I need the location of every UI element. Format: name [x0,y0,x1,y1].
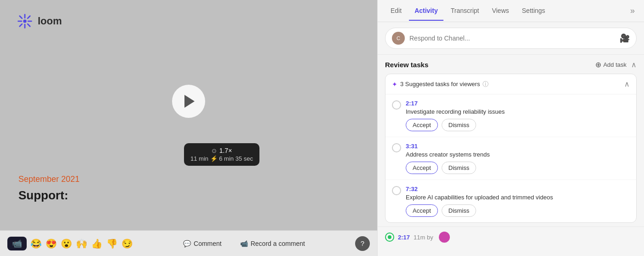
play-button[interactable] [172,85,205,118]
tab-edit[interactable]: Edit [385,1,407,21]
task-actions-1: Accept Dismiss [406,162,630,174]
info-icon[interactable]: ⓘ [483,80,489,88]
sparkle-icon: ✦ [392,81,397,88]
emoji-thumbs-down[interactable]: 👎 [106,238,118,249]
speed-value: 1.7× [219,147,232,154]
task-timestamp-0[interactable]: 2:17 [406,100,630,107]
play-icon [184,95,195,108]
task-item-1: 3:31 Address creator systems trends Acce… [385,137,636,180]
task-accept-button-1[interactable]: Accept [406,162,438,174]
emoji-laugh[interactable]: 😂 [30,238,42,249]
svg-line-5 [20,16,22,18]
task-row-2: 7:32 Explore AI capabilities for uploade… [392,186,630,217]
suggested-collapse-button[interactable]: ∧ [624,80,630,88]
task-content-0: 2:17 Investigate recording reliability i… [406,100,630,131]
emoji-bar: 📹 😂 😍 😮 🙌 👍 👎 😏 [7,237,133,250]
comment-area: C 🎥 [378,22,644,55]
comment-label: Comment [194,240,222,247]
review-section: Review tasks ⊕ Add task ∧ ✦ 3 Suggested … [378,55,644,223]
tab-views[interactable]: Views [486,1,514,21]
task-check-1[interactable] [392,143,401,152]
toolbar-actions: 💬 Comment 📹 Record a comment [178,237,310,250]
suggested-header: ✦ 3 Suggested tasks for viewers ⓘ ∧ [385,74,636,94]
activity-check-inner [388,235,391,239]
review-title: Review tasks [385,61,428,69]
expand-button[interactable]: » [628,4,637,17]
task-accept-button-0[interactable]: Accept [406,119,438,131]
add-task-button[interactable]: ⊕ Add task [595,60,627,69]
add-task-label: Add task [603,61,627,68]
task-description-1: Address creator systems trends [406,151,630,158]
video-area: loom ⊙ 1.7× 11 min ⚡ 6 min 35 sec Septem… [0,0,377,230]
suggested-title-row: ✦ 3 Suggested tasks for viewers ⓘ [392,80,489,88]
emoji-wow[interactable]: 😮 [61,238,72,249]
svg-point-0 [23,19,26,23]
activity-check-icon [385,233,394,242]
suggested-label: 3 Suggested tasks for viewers [400,81,480,87]
video-panel: loom ⊙ 1.7× 11 min ⚡ 6 min 35 sec Septem… [0,0,377,256]
task-check-2[interactable] [392,186,401,195]
speed-value-row: ⊙ 1.7× [212,147,232,154]
comment-icon: 💬 [183,240,191,247]
tab-activity[interactable]: Activity [409,1,443,21]
task-row-0: 2:17 Investigate recording reliability i… [392,100,630,131]
comment-input-row[interactable]: C 🎥 [385,28,637,49]
collapse-button[interactable]: ∧ [631,60,637,69]
record-icon: 📹 [240,240,248,247]
activity-user-avatar [439,232,450,243]
task-description-2: Explore AI capabilities for uploaded and… [406,194,630,201]
speed-circle-icon: ⊙ [212,147,217,154]
activity-item: 2:17 11m by [378,227,644,247]
right-panel: Edit Activity Transcript Views Settings … [377,0,644,256]
speed-time-row: 11 min ⚡ 6 min 35 sec [190,155,253,162]
add-task-plus-icon: ⊕ [595,60,601,69]
emoji-custom[interactable]: 😏 [121,238,133,249]
screen-record-button[interactable]: 📹 [7,237,27,250]
svg-line-7 [28,16,30,18]
loom-logo-icon [17,13,33,29]
task-content-2: 7:32 Explore AI capabilities for uploade… [406,186,630,217]
task-item-0: 2:17 Investigate recording reliability i… [385,94,636,137]
emoji-clap[interactable]: 🙌 [76,238,87,249]
help-button[interactable]: ? [355,236,370,251]
review-header: Review tasks ⊕ Add task ∧ [385,60,637,69]
record-comment-button[interactable]: 📹 Record a comment [236,237,310,250]
video-toolbar: 📹 😂 😍 😮 🙌 👍 👎 😏 💬 Comment 📹 Record a com… [0,230,377,256]
task-dismiss-button-1[interactable]: Dismiss [442,162,477,174]
video-logo: loom [17,13,62,29]
task-actions-2: Accept Dismiss [406,204,630,217]
comment-input[interactable] [409,35,615,42]
task-timestamp-2[interactable]: 7:32 [406,186,630,192]
fast-time: 6 min 35 sec [219,155,253,162]
loom-brand-text: loom [38,15,62,27]
activity-meta: 11m by [414,234,433,241]
speed-tooltip: ⊙ 1.7× 11 min ⚡ 6 min 35 sec [184,143,259,166]
tabs-bar: Edit Activity Transcript Views Settings … [378,0,644,22]
review-header-right: ⊕ Add task ∧ [595,60,637,69]
record-label: Record a comment [251,240,305,247]
task-actions-0: Accept Dismiss [406,119,630,131]
lightning-icon: ⚡ [210,155,219,162]
video-date: September 2021 [18,175,80,184]
video-title: Support: [18,188,68,203]
tab-transcript[interactable]: Transcript [445,1,485,21]
emoji-thumbs-up[interactable]: 👍 [91,238,103,249]
user-avatar: C [392,32,405,45]
task-check-0[interactable] [392,100,401,110]
tab-settings[interactable]: Settings [517,1,551,21]
task-timestamp-1[interactable]: 3:31 [406,143,630,150]
task-content-1: 3:31 Address creator systems trends Acce… [406,143,630,174]
emoji-heart-eyes[interactable]: 😍 [46,238,57,249]
task-description-0: Investigate recording reliability issues [406,108,630,115]
task-dismiss-button-2[interactable]: Dismiss [442,204,477,217]
task-accept-button-2[interactable]: Accept [406,204,438,217]
suggested-tasks-card: ✦ 3 Suggested tasks for viewers ⓘ ∧ 2:17… [385,74,637,223]
activity-timestamp[interactable]: 2:17 [398,234,410,241]
task-row-1: 3:31 Address creator systems trends Acce… [392,143,630,174]
original-time: 11 min [190,155,208,162]
comment-button[interactable]: 💬 Comment [178,237,226,250]
task-item-2: 7:32 Explore AI capabilities for uploade… [385,180,636,222]
svg-line-8 [20,24,22,26]
video-comment-icon[interactable]: 🎥 [620,33,630,43]
task-dismiss-button-0[interactable]: Dismiss [442,119,477,131]
